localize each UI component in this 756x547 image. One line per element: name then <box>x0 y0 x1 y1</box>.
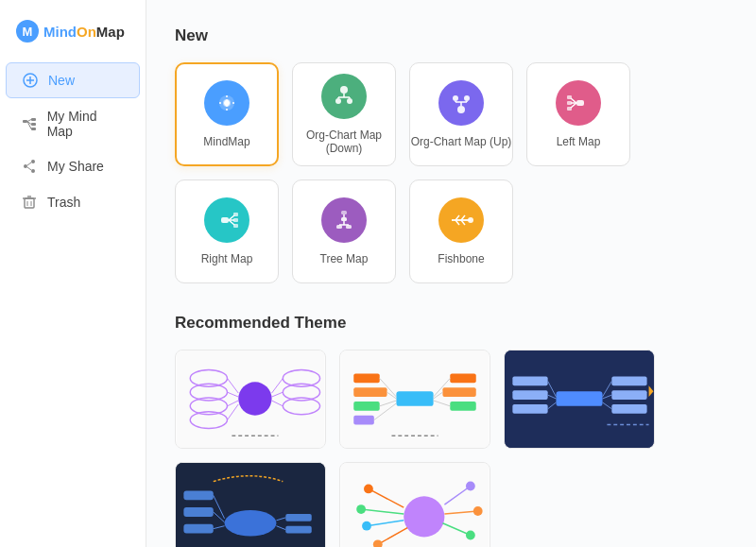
svg-rect-58 <box>346 225 352 229</box>
svg-rect-119 <box>183 490 213 500</box>
recommended-section: Recommended Theme <box>175 314 728 547</box>
sidebar: M MindOnMap New <box>0 0 146 547</box>
svg-rect-90 <box>450 374 475 384</box>
svg-rect-126 <box>285 526 311 534</box>
tree-map-label: Tree Map <box>320 252 369 265</box>
right-map-icon-circle <box>204 197 249 243</box>
map-card-org-chart-up[interactable]: Org-Chart Map (Up) <box>409 62 513 166</box>
svg-line-16 <box>27 167 31 170</box>
theme-card-2[interactable] <box>339 350 490 449</box>
theme-card-4[interactable] <box>175 462 326 547</box>
map-card-left-map[interactable]: Left Map <box>526 62 630 166</box>
svg-point-66 <box>468 217 473 223</box>
svg-rect-88 <box>353 402 379 411</box>
sidebar-item-new[interactable]: New <box>6 62 140 98</box>
fishbone-icon-circle <box>438 197 484 243</box>
svg-rect-60 <box>341 211 347 214</box>
right-map-icon <box>214 207 240 233</box>
svg-point-12 <box>31 160 35 163</box>
sidebar-nav: New My Mind Map <box>0 62 146 219</box>
svg-line-9 <box>27 120 31 122</box>
svg-line-15 <box>27 162 31 165</box>
trash-icon <box>21 194 38 211</box>
svg-rect-120 <box>183 507 213 517</box>
svg-point-131 <box>404 496 444 537</box>
svg-rect-125 <box>285 514 311 521</box>
svg-rect-51 <box>233 213 238 216</box>
svg-rect-5 <box>23 120 27 123</box>
map-types-grid: MindMap Org-Chart Map (Dow <box>175 62 728 283</box>
tree-map-icon-circle <box>321 197 367 243</box>
svg-rect-108 <box>611 404 646 414</box>
map-card-org-chart-down[interactable]: Org-Chart Map (Down) <box>292 62 396 166</box>
left-map-icon-circle <box>556 80 601 126</box>
svg-point-137 <box>356 504 366 514</box>
sidebar-item-my-mind-map[interactable]: My Mind Map <box>6 100 140 147</box>
theme-3-preview <box>505 350 654 448</box>
svg-point-13 <box>24 164 27 168</box>
mindmap-icon-circle <box>204 80 249 126</box>
svg-text:M: M <box>23 25 33 39</box>
org-chart-down-icon-circle <box>321 74 367 119</box>
svg-point-28 <box>335 98 341 104</box>
left-map-label: Left Map <box>557 135 601 148</box>
map-card-fishbone[interactable]: Fishbone <box>409 179 513 283</box>
theme-card-5[interactable] <box>339 462 490 547</box>
mindmap-label: MindMap <box>203 135 249 148</box>
sidebar-item-my-share[interactable]: My Share <box>6 149 140 183</box>
org-chart-up-icon-circle <box>438 80 484 126</box>
theme-card-3[interactable] <box>504 350 655 449</box>
svg-point-32 <box>457 106 465 113</box>
sidebar-item-my-mind-map-label: My Mind Map <box>47 109 125 139</box>
fishbone-label: Fishbone <box>438 252 484 265</box>
org-chart-up-icon <box>448 90 474 116</box>
svg-rect-102 <box>556 391 602 406</box>
svg-point-145 <box>466 531 475 540</box>
svg-point-118 <box>225 510 277 536</box>
org-chart-up-label: Org-Chart Map (Up) <box>411 135 512 148</box>
theme-card-1[interactable] <box>175 350 326 449</box>
svg-rect-53 <box>233 224 238 228</box>
sidebar-item-my-share-label: My Share <box>47 159 104 174</box>
new-section-title: New <box>175 26 728 45</box>
mindmap-icon <box>214 90 240 116</box>
left-map-icon <box>565 90 592 116</box>
recommended-section-title: Recommended Theme <box>175 314 728 333</box>
map-card-tree-map[interactable]: Tree Map <box>292 179 396 283</box>
svg-rect-107 <box>611 390 646 400</box>
svg-rect-85 <box>396 391 433 406</box>
theme-2-preview <box>340 350 490 448</box>
new-icon <box>22 72 39 89</box>
org-chart-down-icon <box>331 83 357 110</box>
svg-point-37 <box>464 95 470 101</box>
svg-rect-121 <box>183 524 213 534</box>
svg-point-143 <box>466 482 475 491</box>
themes-grid <box>175 350 728 547</box>
share-icon <box>21 158 38 175</box>
svg-rect-87 <box>353 387 387 397</box>
svg-point-24 <box>340 86 348 94</box>
svg-rect-47 <box>221 217 229 223</box>
svg-rect-52 <box>233 218 238 222</box>
theme-5-preview <box>340 463 490 547</box>
svg-rect-44 <box>567 95 572 99</box>
svg-rect-45 <box>567 101 572 105</box>
fishbone-icon <box>448 207 474 233</box>
sidebar-item-trash-label: Trash <box>47 195 80 210</box>
theme-1-preview <box>176 350 325 448</box>
map-card-mindmap[interactable]: MindMap <box>175 62 279 166</box>
map-card-right-map[interactable]: Right Map <box>175 179 279 283</box>
svg-rect-89 <box>353 416 374 425</box>
new-section: New MindMap <box>175 26 728 283</box>
sidebar-item-trash[interactable]: Trash <box>6 185 140 219</box>
svg-point-29 <box>347 98 352 104</box>
svg-rect-103 <box>512 376 547 385</box>
svg-rect-91 <box>442 387 475 397</box>
svg-rect-17 <box>25 198 34 208</box>
main-content: New MindMap <box>146 0 756 547</box>
svg-rect-54 <box>341 217 347 221</box>
org-chart-down-label: Org-Chart Map (Down) <box>293 128 395 155</box>
svg-point-138 <box>362 521 371 531</box>
svg-rect-86 <box>353 374 379 384</box>
logo-icon: M <box>15 19 40 43</box>
